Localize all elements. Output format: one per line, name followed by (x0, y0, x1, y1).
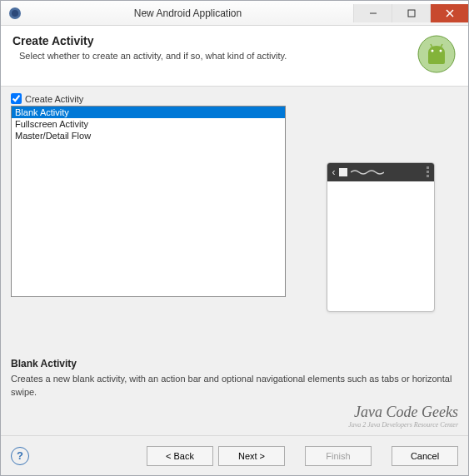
watermark-sub: Java 2 Java Developers Resource Center (11, 421, 458, 429)
phone-mockup: ‹ (327, 162, 435, 312)
main-area: Blank Activity Fullscreen Activity Maste… (11, 106, 458, 351)
app-icon-placeholder (339, 168, 347, 176)
android-icon (417, 34, 457, 74)
svg-point-7 (432, 50, 434, 52)
svg-point-1 (12, 10, 18, 17)
list-item[interactable]: Master/Detail Flow (12, 130, 285, 141)
back-chevron-icon: ‹ (332, 166, 336, 178)
description-text: Creates a new blank activity, with an ac… (11, 373, 458, 399)
create-activity-checkbox-row: Create Activity (11, 93, 458, 104)
next-button[interactable]: Next > (218, 446, 285, 466)
wizard-content: Create Activity Blank Activity Fullscree… (1, 87, 468, 435)
svg-rect-3 (408, 10, 415, 17)
action-bar-preview: ‹ (327, 163, 434, 181)
wizard-header: Create Activity Select whether to create… (1, 26, 468, 87)
minimize-button[interactable] (353, 4, 392, 22)
description-title: Blank Activity (11, 358, 458, 369)
create-activity-label[interactable]: Create Activity (25, 94, 83, 104)
finish-button[interactable]: Finish (305, 446, 372, 466)
titlebar-buttons (353, 4, 468, 22)
activity-preview: ‹ (302, 106, 458, 351)
back-button[interactable]: < Back (147, 446, 213, 466)
wizard-footer: ? < Back Next > Finish Cancel (1, 435, 468, 475)
help-icon[interactable]: ? (11, 447, 29, 465)
watermark: Java Code Geeks Java 2 Java Developers R… (11, 404, 458, 429)
list-item[interactable]: Blank Activity (12, 107, 285, 118)
overflow-menu-icon (427, 166, 429, 177)
svg-point-8 (440, 50, 442, 52)
maximize-button[interactable] (392, 4, 430, 22)
title-wave-icon (351, 166, 423, 178)
cancel-button[interactable]: Cancel (392, 446, 458, 466)
app-icon (7, 6, 22, 21)
list-item[interactable]: Fullscreen Activity (12, 118, 285, 130)
wizard-window: New Android Application Create Activity … (0, 0, 469, 476)
watermark-text: Java Code Geeks (354, 404, 458, 420)
titlebar: New Android Application (1, 1, 468, 26)
page-subtitle: Select whether to create an activity, an… (19, 51, 417, 61)
create-activity-checkbox[interactable] (11, 93, 22, 104)
activity-description: Blank Activity Creates a new blank activ… (11, 358, 458, 399)
window-title: New Android Application (22, 7, 353, 19)
page-title: Create Activity (12, 34, 417, 47)
close-button[interactable] (430, 4, 468, 22)
activity-type-list[interactable]: Blank Activity Fullscreen Activity Maste… (11, 106, 286, 297)
